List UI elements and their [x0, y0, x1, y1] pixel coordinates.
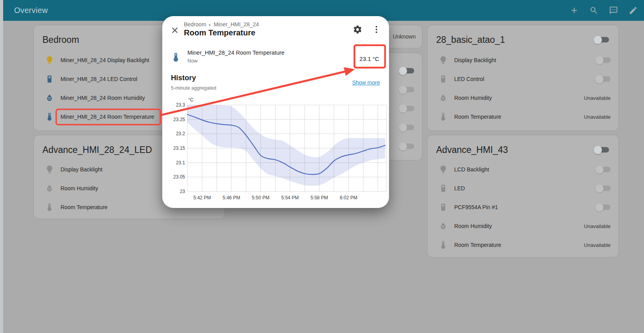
more-options-button[interactable]: [371, 24, 382, 35]
add-button[interactable]: [570, 6, 579, 15]
card-title: 28_basic_atao_1: [436, 35, 505, 45]
svg-text:5:42 PM: 5:42 PM: [193, 195, 211, 201]
entity-row[interactable]: Room Humidity Unavailable: [439, 219, 611, 233]
card-advance43: Advance_HMI_43 LCD Backlight LED PCF9554…: [427, 135, 619, 258]
svg-text:6:02 PM: 6:02 PM: [340, 195, 358, 201]
svg-text:23.25: 23.25: [173, 117, 185, 122]
toggle-switch[interactable]: [400, 125, 414, 130]
entity-row[interactable]: LED: [439, 181, 611, 195]
entity-label: Room Humidity: [454, 95, 492, 101]
edit-dashboard-button[interactable]: [629, 6, 638, 15]
chat-icon: [609, 6, 618, 15]
svg-text:23.2: 23.2: [176, 131, 185, 136]
close-button[interactable]: [169, 25, 180, 36]
svg-text:23: 23: [180, 189, 185, 194]
thermometer-icon: [45, 202, 54, 212]
toggle-switch[interactable]: [596, 204, 611, 210]
pencil-icon: [629, 6, 638, 15]
svg-text:5:54 PM: 5:54 PM: [281, 195, 299, 201]
entity-label: LED Control: [454, 76, 484, 82]
thermometer-icon: [439, 240, 448, 250]
plus-icon: [570, 6, 579, 15]
led-icon: [439, 202, 448, 212]
entity-label: Miner_HMI_28_24 Room Humidity: [61, 95, 145, 101]
led-icon: [45, 74, 54, 84]
entity-label: Room Temperature: [454, 242, 501, 248]
led-icon: [439, 74, 448, 84]
thermometer-icon: [439, 112, 448, 121]
lightbulb-icon: [439, 55, 448, 65]
entity-dialog: 2323.0523.123.1523.223.2523.3°C5:42 PM5:…: [162, 16, 389, 208]
toggle-switch[interactable]: [400, 68, 414, 74]
humidity-icon: [439, 221, 448, 231]
scrollbar-track[interactable]: [0, 0, 3, 333]
lightbulb-icon: [45, 165, 54, 174]
toggle-switch[interactable]: [400, 106, 414, 111]
entity-row[interactable]: Room Temperature Unavailable: [439, 238, 611, 252]
status-unavailable: Unavailable: [584, 223, 611, 229]
svg-text:23.1: 23.1: [176, 160, 185, 166]
card-title: Advance_HMI_28_24_LED: [42, 145, 152, 155]
close-icon: [170, 30, 180, 36]
entity-row[interactable]: Display Backlight: [439, 53, 611, 67]
svg-text:5:46 PM: 5:46 PM: [222, 195, 240, 201]
header-actions: [570, 0, 638, 21]
card-title: Bedroom: [42, 35, 79, 45]
breadcrumb: Bedroom ▸ Miner_HMI_28_24: [184, 21, 259, 28]
entity-name: Miner_HMI_28_24 Room Temperature: [187, 50, 284, 56]
svg-text:23.05: 23.05: [173, 174, 185, 180]
entity-label: Miner_HMI_28_24 Display Backlight: [61, 57, 149, 63]
show-more-link[interactable]: Show more: [352, 79, 380, 86]
svg-text:23.15: 23.15: [173, 145, 185, 151]
lightbulb-icon: [45, 55, 54, 65]
entity-label: Miner_HMI_28_24 Room Temperature: [61, 114, 154, 120]
entity-label: Miner_HMI_28_24 LED Control: [61, 76, 137, 82]
assist-button[interactable]: [609, 6, 618, 15]
card-title: Advance_HMI_43: [436, 145, 508, 155]
page-title: Overview: [14, 0, 48, 21]
led-icon: [439, 184, 448, 193]
svg-text:23.3: 23.3: [176, 102, 185, 108]
history-chart: 2323.0523.123.1523.223.2523.3°C5:42 PM5:…: [162, 16, 389, 208]
screen: Overview Bedroom Miner_HMI_28_24 Display…: [0, 0, 644, 333]
humidity-icon: [45, 184, 54, 193]
breadcrumb-room[interactable]: Bedroom: [184, 21, 206, 28]
search-button[interactable]: [589, 6, 598, 15]
svg-text:5:58 PM: 5:58 PM: [310, 195, 328, 201]
thermometer-icon: [45, 112, 54, 121]
toggle-switch[interactable]: [596, 76, 611, 82]
svg-text:5:50 PM: 5:50 PM: [252, 195, 270, 201]
card-master-toggle[interactable]: [594, 147, 609, 153]
humidity-icon: [45, 93, 54, 103]
entity-label: LED: [454, 185, 465, 191]
breadcrumb-device[interactable]: Miner_HMI_28_24: [214, 21, 259, 28]
card-basic-atao: 28_basic_atao_1 Display Backlight LED Co…: [427, 25, 619, 131]
entity-label: LCD Backlight: [454, 166, 489, 173]
entity-label: Room Humidity: [454, 223, 492, 229]
entity-label: Room Humidity: [61, 185, 98, 191]
history-subtitle: 5-minute aggregated: [171, 85, 216, 91]
status-unavailable: Unavailable: [584, 242, 611, 248]
toggle-switch[interactable]: [596, 57, 611, 63]
entity-label: Display Backlight: [454, 57, 496, 63]
entity-row[interactable]: Room Temperature Unavailable: [439, 110, 611, 124]
toggle-switch[interactable]: [596, 186, 611, 191]
toggle-switch[interactable]: [400, 144, 414, 149]
gear-icon: [353, 29, 362, 35]
entity-label: Room Temperature: [454, 114, 501, 120]
entity-row[interactable]: LCD Backlight: [439, 162, 611, 177]
humidity-icon: [439, 93, 448, 103]
toggle-switch[interactable]: [596, 167, 611, 172]
entity-row[interactable]: Room Humidity Unavailable: [439, 91, 611, 105]
toggle-switch[interactable]: [400, 87, 414, 92]
svg-text:°C: °C: [188, 97, 194, 103]
kebab-menu-icon: [372, 29, 381, 35]
entity-row[interactable]: PCF9554A Pin #1: [439, 200, 611, 214]
settings-button[interactable]: [352, 24, 363, 35]
chevron-right-icon: ▸: [209, 22, 211, 27]
entity-label: Display Backlight: [61, 166, 103, 173]
entity-row[interactable]: LED Control: [439, 72, 611, 86]
entity-time: Now: [187, 58, 198, 64]
card-master-toggle[interactable]: [594, 37, 609, 42]
entity-label: PCF9554A Pin #1: [454, 204, 498, 210]
